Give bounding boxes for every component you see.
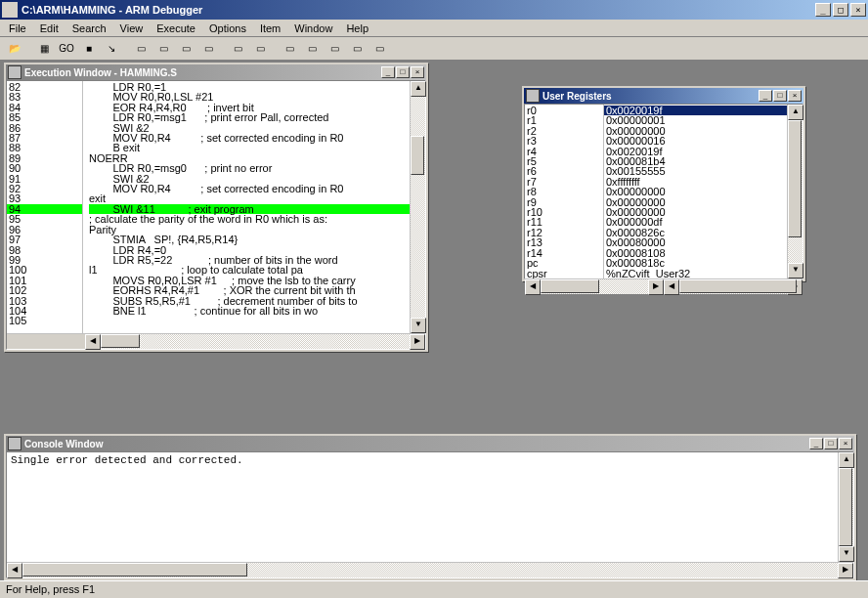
code-line[interactable]: STMIA SP!, {R4,R5,R14} bbox=[89, 235, 410, 244]
menu-view[interactable]: View bbox=[113, 21, 151, 36]
register-value[interactable]: %nZCvift_User32 bbox=[604, 269, 787, 278]
scroll-left-icon[interactable]: ◀ bbox=[85, 334, 101, 350]
console-vscroll-thumb[interactable] bbox=[839, 468, 852, 546]
console-close-button[interactable]: × bbox=[839, 438, 852, 449]
line-number: 102 bbox=[7, 285, 82, 295]
register-name: cpsr bbox=[525, 269, 603, 278]
execution-window-icon bbox=[8, 65, 22, 79]
register-value[interactable]: 0x0000818c bbox=[604, 258, 787, 268]
registers-title: User Registers bbox=[542, 91, 759, 102]
console-window[interactable]: Console Window _ □ × Single error detect… bbox=[4, 434, 856, 580]
code-line[interactable]: ; calculate the parity of the word in R0… bbox=[89, 214, 410, 224]
code-area[interactable]: LDR R0,=1 MOV R0,R0,LSL #21 EOR R4,R4,R0… bbox=[85, 81, 410, 333]
register-name: r0 bbox=[525, 106, 603, 115]
toolbar-step-icon[interactable]: ↘ bbox=[101, 39, 122, 59]
scroll-left-icon[interactable]: ◀ bbox=[7, 563, 22, 578]
reg-val-hscroll-thumb[interactable] bbox=[679, 279, 797, 293]
menu-options[interactable]: Options bbox=[202, 21, 253, 36]
toolbar-go-icon[interactable]: GO bbox=[56, 39, 77, 59]
console-titlebar[interactable]: Console Window _ □ × bbox=[6, 436, 854, 451]
code-line[interactable]: EORHS R4,R4,#1 ; XOR the current bit wit… bbox=[89, 285, 410, 295]
reg-vscroll-thumb[interactable] bbox=[788, 120, 802, 237]
toolbar-btn-14[interactable]: ▭ bbox=[324, 39, 345, 59]
toolbar-btn-8[interactable]: ▭ bbox=[175, 39, 196, 59]
toolbar-btn-9[interactable]: ▭ bbox=[197, 39, 219, 59]
code-line[interactable]: B exit bbox=[89, 143, 410, 152]
registers-window-icon bbox=[526, 89, 540, 103]
console-hscroll[interactable]: ◀ ▶ bbox=[7, 562, 853, 577]
scroll-right-icon[interactable]: ▶ bbox=[838, 563, 853, 578]
statusbar: For Help, press F1 bbox=[0, 580, 868, 598]
exec-vscroll-thumb[interactable] bbox=[411, 136, 424, 175]
register-values-column[interactable]: 0x0020019f0x000000010x000000000x00000016… bbox=[603, 105, 787, 278]
exec-close-button[interactable]: × bbox=[411, 66, 424, 78]
minimize-button[interactable]: _ bbox=[815, 3, 831, 17]
reg-minimize-button[interactable]: _ bbox=[759, 90, 772, 102]
exec-minimize-button[interactable]: _ bbox=[381, 66, 395, 78]
toolbar: 📂 ▦ GO ■ ↘ ▭ ▭ ▭ ▭ ▭ ▭ ▭ ▭ ▭ ▭ ▭ bbox=[0, 37, 868, 61]
exec-hscroll[interactable]: ◀ ▶ bbox=[85, 333, 425, 349]
menu-file[interactable]: File bbox=[2, 21, 33, 36]
toolbar-btn-7[interactable]: ▭ bbox=[152, 39, 174, 59]
execution-window[interactable]: Execution Window - HAMMING.S _ □ × 82838… bbox=[4, 63, 428, 352]
exec-vscroll[interactable]: ▲ ▼ bbox=[410, 81, 425, 333]
execution-titlebar[interactable]: Execution Window - HAMMING.S _ □ × bbox=[6, 64, 426, 80]
toolbar-stop-icon[interactable]: ■ bbox=[78, 39, 100, 59]
code-line[interactable]: BNE l1 ; continue for all bits in wo bbox=[89, 306, 410, 316]
toolbar-btn-12[interactable]: ▭ bbox=[279, 39, 300, 59]
console-title: Console Window bbox=[24, 439, 809, 449]
toolbar-btn-15[interactable]: ▭ bbox=[346, 39, 368, 59]
toolbar-btn-10[interactable]: ▭ bbox=[227, 39, 248, 59]
reg-name-hscroll-thumb[interactable] bbox=[541, 279, 599, 293]
scroll-right-icon[interactable]: ▶ bbox=[410, 334, 425, 350]
scroll-up-icon[interactable]: ▲ bbox=[839, 452, 854, 468]
console-output[interactable]: Single error detected and corrected. bbox=[7, 452, 838, 562]
menu-search[interactable]: Search bbox=[65, 21, 113, 36]
toolbar-btn-11[interactable]: ▭ bbox=[249, 39, 271, 59]
scroll-down-icon[interactable]: ▼ bbox=[788, 263, 803, 278]
line-number-gutter: 8283848586878889909192939495969798991001… bbox=[7, 81, 83, 333]
maximize-button[interactable]: □ bbox=[833, 3, 848, 17]
scroll-left-icon[interactable]: ◀ bbox=[664, 279, 679, 295]
status-text: For Help, press F1 bbox=[6, 583, 95, 595]
reg-hscroll[interactable]: ◀ ▶ ◀ ▶ bbox=[525, 278, 803, 294]
console-vscroll[interactable]: ▲ ▼ bbox=[838, 452, 853, 562]
menubar: File Edit Search View Execute Options It… bbox=[0, 20, 868, 37]
toolbar-btn-6[interactable]: ▭ bbox=[130, 39, 152, 59]
register-name: r3 bbox=[525, 136, 603, 146]
toolbar-open-icon[interactable]: 📂 bbox=[4, 39, 25, 59]
scroll-left-icon[interactable]: ◀ bbox=[525, 279, 541, 295]
exec-hscroll-thumb[interactable] bbox=[101, 334, 140, 348]
scroll-down-icon[interactable]: ▼ bbox=[839, 546, 854, 562]
menu-item-menu[interactable]: Item bbox=[253, 21, 287, 36]
toolbar-btn-2[interactable]: ▦ bbox=[33, 39, 55, 59]
execution-title: Execution Window - HAMMING.S bbox=[24, 67, 381, 78]
line-number: 105 bbox=[7, 316, 82, 325]
reg-maximize-button[interactable]: □ bbox=[773, 90, 787, 102]
menu-edit[interactable]: Edit bbox=[33, 21, 65, 36]
register-name: r2 bbox=[525, 126, 603, 136]
menu-window[interactable]: Window bbox=[287, 21, 339, 36]
toolbar-btn-16[interactable]: ▭ bbox=[369, 39, 390, 59]
console-maximize-button[interactable]: □ bbox=[824, 438, 838, 449]
gutter-scrollbar[interactable] bbox=[7, 333, 85, 349]
scroll-up-icon[interactable]: ▲ bbox=[788, 105, 803, 120]
registers-titlebar[interactable]: User Registers _ □ × bbox=[524, 88, 803, 104]
console-minimize-button[interactable]: _ bbox=[809, 438, 823, 449]
scroll-down-icon[interactable]: ▼ bbox=[411, 318, 426, 333]
exec-maximize-button[interactable]: □ bbox=[396, 66, 410, 78]
close-button[interactable]: × bbox=[850, 3, 866, 17]
mdi-area: Execution Window - HAMMING.S _ □ × 82838… bbox=[0, 61, 868, 580]
toolbar-btn-13[interactable]: ▭ bbox=[301, 39, 323, 59]
line-number: 97 bbox=[7, 235, 82, 244]
scroll-right-icon[interactable]: ▶ bbox=[648, 279, 664, 295]
scroll-up-icon[interactable]: ▲ bbox=[411, 81, 426, 97]
code-line[interactable]: MOV R0,R4 ; set corrected encoding in R0 bbox=[89, 184, 410, 193]
menu-execute[interactable]: Execute bbox=[150, 21, 202, 36]
registers-window[interactable]: User Registers _ □ × r0r1r2r3r4r5r6r7r8r… bbox=[522, 86, 805, 281]
console-hscroll-thumb[interactable] bbox=[22, 563, 247, 577]
reg-vscroll[interactable]: ▲ ▼ bbox=[787, 105, 803, 278]
menu-help[interactable]: Help bbox=[339, 21, 375, 36]
reg-close-button[interactable]: × bbox=[788, 90, 802, 102]
register-names-column: r0r1r2r3r4r5r6r7r8r9r10r11r12r13r14pccps… bbox=[525, 105, 603, 278]
